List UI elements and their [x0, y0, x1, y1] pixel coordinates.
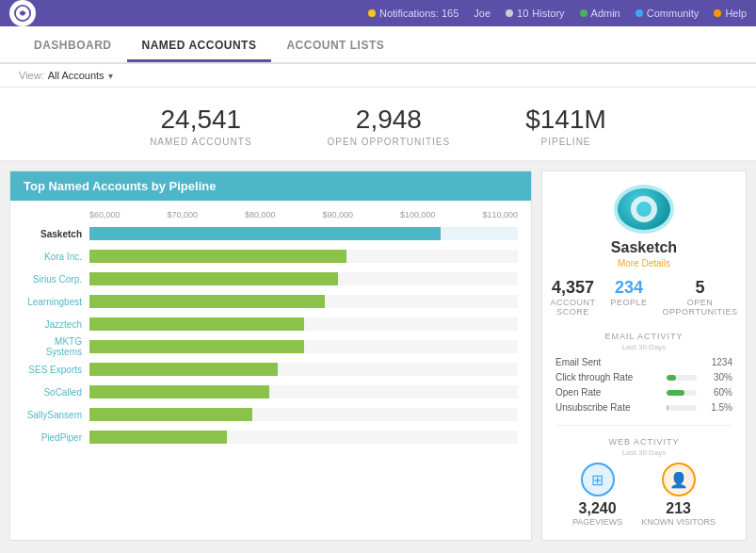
email-activity-title: EMAIL ACTIVITY [555, 332, 732, 341]
chart-row-5[interactable]: MKTG Systems [24, 336, 518, 357]
chart-row-3[interactable]: Learningbest [24, 291, 518, 312]
chart-bar-container-1 [89, 250, 518, 263]
account-avatar-inner [631, 196, 657, 222]
chart-row-1[interactable]: Kora Inc. [24, 246, 518, 267]
history-dot [506, 9, 513, 17]
click-through-label: Click through Rate [555, 372, 659, 382]
stat-named-accounts: 24,541 NAMED ACCOUNTS [150, 105, 251, 147]
stat-pipeline-value: $141M [525, 105, 606, 135]
chart-row-8[interactable]: SallySansem [24, 404, 518, 425]
account-more-details-link[interactable]: More Details [618, 258, 670, 268]
chart-row-4[interactable]: Jazztech [24, 314, 518, 334]
account-open-opps-label: OPENOPPORTUNITIES [663, 298, 738, 317]
open-rate-value: 60% [704, 387, 732, 398]
tab-dashboard[interactable]: DASHBOARD [19, 31, 127, 62]
account-score-stat: 4,357 ACCOUNTSCORE [551, 278, 596, 317]
notifications-dot [368, 9, 376, 17]
chart-row-9[interactable]: PiedPiper [24, 427, 518, 447]
chart-bar-1 [89, 250, 346, 263]
chart-axis: $60,000 $70,000 $80,000 $90,000 $100,000… [24, 210, 518, 223]
chart-panel-header: Top Named Accounts by Pipeline [10, 171, 531, 201]
pageviews-stat: ⊞ 3,240 Pageviews [572, 463, 622, 527]
account-score-value: 4,357 [551, 278, 596, 298]
stats-row: 24,541 NAMED ACCOUNTS 2,948 OPEN OPPORTU… [0, 88, 756, 161]
chart-area: $60,000 $70,000 $80,000 $90,000 $100,000… [10, 201, 531, 459]
admin-nav-item[interactable]: Admin [580, 8, 620, 19]
chart-row-label-2: Sirius Corp. [24, 274, 89, 285]
chart-row-7[interactable]: SoCalled [24, 382, 518, 402]
notifications-nav-item[interactable]: Notifications: 165 [368, 8, 458, 19]
click-through-bar-container [667, 375, 697, 381]
email-activity-subtitle: Last 30 Days [555, 343, 732, 351]
help-nav-item[interactable]: Help [714, 8, 747, 19]
pageviews-value: 3,240 [572, 500, 622, 517]
chart-bar-6 [89, 363, 278, 376]
community-dot [635, 9, 643, 17]
chart-row-label-5: MKTG Systems [24, 336, 89, 357]
email-sent-row: Email Sent 1234 [555, 357, 732, 367]
known-visitors-label: Known Visitors [641, 517, 716, 527]
axis-label-3: $90,000 [322, 210, 353, 220]
axis-label-5: $110,000 [482, 210, 518, 220]
tab-named-accounts[interactable]: NAMED ACCOUNTS [127, 31, 272, 62]
chart-row-label-6: SES Exports [24, 365, 89, 375]
chart-title: Top Named Accounts by Pipeline [24, 179, 216, 193]
open-rate-bar-container [667, 390, 697, 396]
stat-pipeline-label: PIPELINE [525, 137, 606, 147]
web-activity-subtitle: Last 30 Days [555, 448, 732, 457]
view-value[interactable]: All Accounts [48, 70, 105, 81]
chart-bar-container-8 [89, 408, 518, 421]
account-people-label: PEOPLE [611, 298, 648, 307]
divider [555, 425, 732, 426]
chart-bar-container-4 [89, 317, 518, 331]
community-nav-item[interactable]: Community [635, 8, 700, 19]
pageviews-icon: ⊞ [581, 463, 615, 496]
chart-bar-container-0 [89, 227, 518, 240]
known-visitors-value: 213 [641, 500, 716, 517]
app-logo[interactable] [9, 0, 36, 26]
unsubscribe-bar [667, 405, 668, 411]
admin-label: Admin [591, 8, 620, 19]
chart-bar-3 [89, 295, 325, 308]
history-nav-item[interactable]: 10 History [506, 8, 564, 19]
user-nav-item[interactable]: Joe [474, 8, 491, 19]
tab-account-lists[interactable]: ACCOUNT LISTS [271, 31, 399, 62]
account-detail-panel: Sasketch More Details 4,357 ACCOUNTSCORE… [541, 171, 747, 541]
community-label: Community [647, 8, 700, 19]
chart-bar-8 [89, 408, 252, 421]
chart-row-2[interactable]: Sirius Corp. [24, 268, 518, 289]
view-label: View: [19, 70, 44, 81]
help-dot [714, 9, 721, 17]
chart-row-6[interactable]: SES Exports [24, 359, 518, 380]
chart-bar-container-5 [89, 340, 518, 353]
chart-bar-9 [89, 431, 227, 444]
stat-pipeline: $141M PIPELINE [525, 105, 606, 147]
chart-row-label-3: Learningbest [24, 297, 89, 307]
email-sent-label: Email Sent [555, 357, 659, 367]
pageviews-label: Pageviews [572, 517, 622, 527]
unsubscribe-label: Unsubscribe Rate [555, 402, 659, 413]
chart-row-label-7: SoCalled [24, 387, 89, 398]
open-rate-row: Open Rate 60% [555, 387, 732, 398]
chart-row-0[interactable]: Sasketch [24, 223, 518, 244]
unsubscribe-value: 1.5% [704, 402, 732, 413]
view-chevron-icon[interactable]: ▾ [108, 71, 113, 81]
account-open-opps-stat: 5 OPENOPPORTUNITIES [663, 278, 738, 317]
chart-bar-container-3 [89, 295, 518, 308]
chart-row-label-4: Jazztech [24, 319, 89, 330]
history-label: History [532, 8, 564, 19]
click-through-rate-row: Click through Rate 30% [555, 372, 732, 382]
chart-bar-2 [89, 272, 338, 285]
chart-row-label-1: Kora Inc. [24, 252, 89, 262]
chart-panel: Top Named Accounts by Pipeline $60,000 $… [9, 171, 532, 541]
user-label: Joe [474, 8, 491, 19]
account-people-stat: 234 PEOPLE [611, 278, 648, 317]
open-rate-bar [667, 390, 684, 396]
click-through-value: 30% [704, 372, 732, 382]
stat-open-opportunities-value: 2,948 [328, 105, 451, 135]
chart-row-label-9: PiedPiper [24, 432, 89, 443]
stat-open-opportunities: 2,948 OPEN OPPORTUNITIES [328, 105, 451, 147]
account-open-opps-value: 5 [663, 278, 738, 298]
help-label: Help [725, 8, 747, 19]
chart-bar-container-9 [89, 431, 518, 444]
